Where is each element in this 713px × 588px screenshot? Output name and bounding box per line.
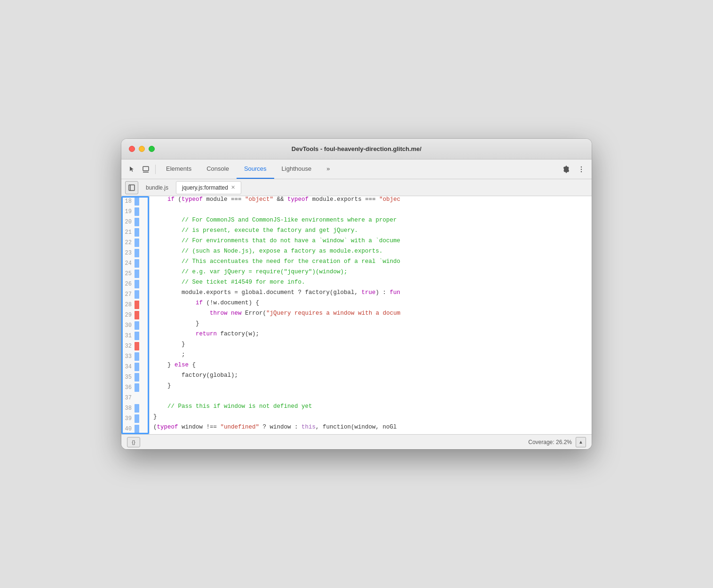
scroll-up-button[interactable]: ▲ (576, 437, 586, 447)
line-number: 34 (121, 364, 135, 370)
tab-more[interactable]: » (319, 159, 337, 179)
minimize-button[interactable] (139, 146, 145, 152)
svg-rect-5 (129, 185, 135, 191)
svg-rect-0 (143, 167, 149, 171)
coverage-indicator (135, 197, 139, 206)
gutter-line: 38 (121, 403, 149, 413)
file-tab-bundle[interactable]: bundle.js (140, 181, 174, 194)
code-line: // e.g. var jQuery = require("jquery")(w… (153, 269, 588, 279)
code-area: 1819202122232425262728293031323334353637… (121, 196, 592, 434)
more-options-icon[interactable] (575, 163, 588, 176)
line-number: 27 (121, 291, 135, 298)
gutter-line: 31 (121, 331, 149, 341)
tab-console[interactable]: Console (199, 159, 237, 179)
devtools-window: DevTools - foul-heavenly-direction.glitc… (121, 139, 592, 449)
gutter-line: 37 (121, 393, 149, 403)
coverage-indicator (135, 321, 139, 330)
line-number: 19 (121, 208, 135, 215)
traffic-lights (129, 146, 155, 152)
gutter-line: 20 (121, 217, 149, 227)
code-content[interactable]: if (typeof module === "object" && typeof… (150, 196, 592, 434)
code-line (153, 207, 588, 217)
gutter-line: 32 (121, 341, 149, 351)
file-tabs: bundle.js jquery.js:formatted ✕ (121, 179, 592, 196)
coverage-indicator (135, 352, 139, 361)
toolbar-separator (155, 165, 156, 174)
coverage-indicator (135, 363, 139, 371)
maximize-button[interactable] (149, 146, 155, 152)
line-number: 22 (121, 239, 135, 246)
coverage-indicator (135, 270, 139, 278)
line-number: 38 (121, 405, 135, 412)
code-line: } (153, 341, 588, 351)
coverage-indicator (135, 414, 139, 423)
code-line: throw new Error("jQuery requires a windo… (153, 310, 588, 320)
code-line: factory(global); (153, 372, 588, 382)
line-number: 18 (121, 198, 135, 205)
code-line: // (such as Node.js), expose a factory a… (153, 248, 588, 258)
coverage-indicator (135, 342, 139, 350)
gutter-line: 21 (121, 227, 149, 238)
coverage-indicator (135, 383, 139, 392)
code-line: // is present, execute the factory and g… (153, 227, 588, 238)
gutter-line: 30 (121, 320, 149, 331)
close-button[interactable] (129, 146, 135, 152)
tab-lighthouse[interactable]: Lighthouse (274, 159, 319, 179)
line-number: 20 (121, 219, 135, 225)
coverage-indicator (135, 207, 139, 216)
code-line: } (153, 413, 588, 424)
status-left: {} (127, 437, 140, 447)
svg-point-2 (581, 166, 582, 167)
settings-icon[interactable] (560, 163, 573, 176)
file-tab-jquery[interactable]: jquery.js:formatted ✕ (176, 181, 241, 194)
gutter-line: 35 (121, 372, 149, 382)
line-number: 32 (121, 343, 135, 350)
gutter-line: 19 (121, 207, 149, 217)
line-number: 39 (121, 415, 135, 422)
line-number: 35 (121, 374, 135, 381)
coverage-indicator (135, 332, 139, 340)
coverage-indicator (135, 259, 139, 268)
line-number: 29 (121, 312, 135, 318)
close-tab-icon[interactable]: ✕ (231, 184, 235, 191)
toolbar-right (560, 163, 588, 176)
gutter-line: 39 (121, 413, 149, 424)
format-button[interactable]: {} (127, 437, 140, 447)
title-bar: DevTools - foul-heavenly-direction.glitc… (121, 139, 592, 159)
sidebar-toggle[interactable] (125, 181, 138, 194)
code-line (153, 393, 588, 403)
devtools-tabs: Elements Console Sources Lighthouse » (158, 159, 559, 179)
inspect-icon[interactable] (139, 163, 152, 176)
gutter-line: 26 (121, 279, 149, 289)
gutter-line: 34 (121, 362, 149, 372)
tab-sources[interactable]: Sources (237, 159, 274, 179)
code-line: // This accentuates the need for the cre… (153, 258, 588, 269)
coverage-indicator (135, 301, 139, 309)
coverage-label: Coverage: 26.2% (528, 439, 572, 445)
code-line: // For environments that do not have a `… (153, 238, 588, 248)
coverage-indicator (135, 425, 139, 433)
coverage-indicator (135, 404, 139, 413)
status-right: Coverage: 26.2% ▲ (528, 437, 586, 447)
svg-point-3 (581, 168, 582, 169)
gutter-line: 24 (121, 258, 149, 269)
code-line: if (!w.document) { (153, 300, 588, 310)
code-line: // For CommonJS and CommonJS-like enviro… (153, 217, 588, 227)
code-line: if (typeof module === "object" && typeof… (153, 196, 588, 207)
code-line: ; (153, 351, 588, 362)
coverage-indicator (135, 373, 139, 381)
coverage-indicator (135, 238, 139, 247)
code-line: } (153, 320, 588, 331)
cursor-icon[interactable] (125, 163, 138, 176)
gutter-line: 18 (121, 196, 149, 207)
gutter-line: 33 (121, 351, 149, 362)
code-line: module.exports = global.document ? facto… (153, 289, 588, 300)
tab-elements[interactable]: Elements (158, 159, 199, 179)
line-number: 33 (121, 353, 135, 360)
code-line: // See ticket #14549 for more info. (153, 279, 588, 289)
line-number: 40 (121, 426, 135, 432)
gutter-line: 22 (121, 238, 149, 248)
line-number: 24 (121, 260, 135, 267)
code-line: (typeof window !== "undefined" ? window … (153, 424, 588, 434)
code-line: } else { (153, 362, 588, 372)
